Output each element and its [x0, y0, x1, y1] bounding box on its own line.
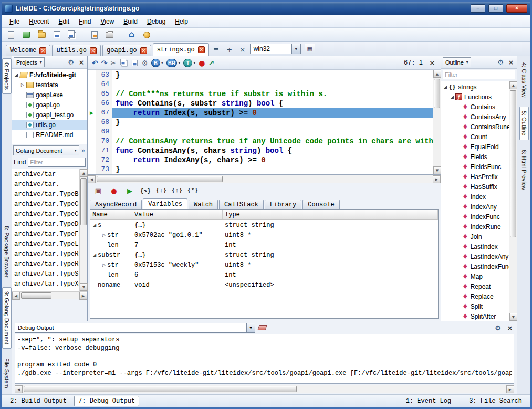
- doc-item-archive-tar-typefifo[interactable]: archive/tar.TypeFifo: [12, 229, 79, 239]
- code-line-64[interactable]: 64: [88, 80, 433, 89]
- outline-item-contains[interactable]: ♦Contains: [441, 102, 509, 112]
- outline-item-join[interactable]: ♦Join: [441, 232, 509, 242]
- scroll-thumb[interactable]: [21, 292, 51, 299]
- scroll-thumb[interactable]: [510, 90, 516, 237]
- outline-combo[interactable]: Outline ▾: [443, 57, 471, 67]
- redo-icon[interactable]: ↷: [101, 59, 108, 67]
- close-editor-icon[interactable]: ×: [237, 44, 248, 55]
- scroll-thumb[interactable]: [24, 386, 297, 392]
- doc-list-hscrollbar[interactable]: ◀ ▶: [12, 291, 87, 299]
- column-header-value[interactable]: Value: [132, 210, 223, 219]
- variable-row-noname[interactable]: nonamevoid<unspecified>: [90, 280, 438, 290]
- doc-filter-input[interactable]: [28, 158, 86, 167]
- column-header-type[interactable]: Type: [223, 210, 438, 219]
- doc-item-archive-tar-typerega[interactable]: archive/tar.TypeRegA: [12, 259, 79, 269]
- outline-item-replace[interactable]: ♦Replace: [441, 291, 509, 301]
- paste-icon[interactable]: [132, 60, 138, 66]
- variable-row-s[interactable]: ◢s{…}struct string: [90, 220, 438, 230]
- doc-item-archive-tar-typesymlink[interactable]: archive/tar.TypeSymlink: [12, 269, 79, 279]
- menu-item-view[interactable]: View: [96, 16, 119, 27]
- scroll-down-icon[interactable]: ▼: [433, 166, 441, 174]
- code-line-69[interactable]: 69: [88, 127, 433, 137]
- doc-item-archive-tar[interactable]: archive/tar.: [12, 180, 79, 190]
- close-tab-icon[interactable]: ×: [198, 46, 205, 53]
- maximize-button[interactable]: □: [488, 4, 503, 13]
- column-header-name[interactable]: Name: [90, 210, 132, 219]
- close-tab-icon[interactable]: ×: [90, 47, 97, 54]
- variable-row-str[interactable]: ▷str0x57153c "weekly"uint8 *: [90, 260, 438, 270]
- titlebar[interactable]: LiteIDE - C:\Go\src\pkg\strings\strings.…: [2, 2, 530, 15]
- breakpoint-icon[interactable]: ●: [108, 185, 120, 196]
- sidebar-tab-0-projects[interactable]: 0: Projects: [2, 58, 12, 94]
- outline-item-index[interactable]: ♦Index: [441, 192, 509, 202]
- scroll-left-icon[interactable]: ◀: [12, 292, 20, 300]
- debug-tab-watch[interactable]: Watch: [189, 200, 218, 209]
- outline-item-strings[interactable]: ◢{}strings: [441, 82, 509, 92]
- cut-icon[interactable]: ✂: [110, 59, 117, 67]
- tab-welcome[interactable]: Welcome×: [6, 45, 50, 56]
- tab-goapi-go[interactable]: goapi.go×: [102, 45, 151, 56]
- doc-item-archive-tar[interactable]: archive/tar: [12, 170, 79, 180]
- code-line-70[interactable]: 70// ContainsAny returns true if any Uni…: [88, 137, 433, 146]
- outline-item-lastindex[interactable]: ♦LastIndex: [441, 242, 509, 251]
- target-combo[interactable]: win32 ▾: [250, 44, 301, 54]
- code-line-63[interactable]: 63}: [88, 70, 433, 80]
- new-file-icon[interactable]: [5, 29, 17, 40]
- sidebar-tab-9-golang-document[interactable]: 9: Golang Document: [2, 287, 12, 349]
- gear-icon[interactable]: ⚙: [493, 324, 503, 332]
- minimize-button[interactable]: –: [471, 4, 485, 13]
- code-editor[interactable]: 63}6465// Cont***ns returns true if subs…: [88, 70, 441, 175]
- outline-item-lastindexfunc[interactable]: ♦LastIndexFunc: [441, 261, 509, 271]
- tab-strings-go[interactable]: strings.go×: [153, 43, 209, 56]
- outline-item-indexrune[interactable]: ♦IndexRune: [441, 222, 509, 232]
- menu-item-file[interactable]: File: [5, 16, 24, 27]
- status-button-2-build-output[interactable]: 2: Build Output: [6, 396, 71, 406]
- sidebar-tab-4-class-view[interactable]: 4: Class View: [519, 58, 529, 101]
- split-editor-icon[interactable]: +: [224, 44, 235, 55]
- scroll-up-icon[interactable]: ▲: [509, 81, 517, 89]
- menu-item-find[interactable]: Find: [74, 16, 96, 27]
- copy-icon[interactable]: [120, 59, 126, 65]
- save-file-icon[interactable]: [50, 29, 63, 40]
- chevron-down-icon[interactable]: ▾: [291, 44, 300, 54]
- code-line-71[interactable]: 71func ContainsAny(s, chars string) bool…: [88, 146, 433, 155]
- scroll-thumb[interactable]: [80, 178, 87, 225]
- code-line-67[interactable]: ▶67 return Index(s, substr) >= 0: [88, 108, 433, 118]
- outline-item-containsany[interactable]: ♦ContainsAny: [441, 112, 509, 122]
- tree-item-goapi-go[interactable]: goapi.go: [12, 100, 87, 110]
- outline-vscrollbar[interactable]: ▲ ▼: [509, 81, 517, 321]
- doc-item-archive-tar-typexglobalheader[interactable]: archive/tar.TypeXGlobalHeader: [12, 279, 79, 289]
- close-tab-icon[interactable]: ×: [140, 47, 147, 54]
- build-run-menu-button[interactable]: BR ▾: [166, 59, 180, 67]
- tree-item-readme-md[interactable]: README.md: [12, 130, 87, 140]
- close-tab-icon[interactable]: ×: [39, 47, 46, 54]
- options-icon[interactable]: [140, 29, 153, 40]
- outline-item-indexfunc[interactable]: ♦IndexFunc: [441, 212, 509, 222]
- status-button-7-debug-output[interactable]: 7: Debug Output: [74, 396, 139, 406]
- sidebar-tab-5-outline[interactable]: 5: Outline: [519, 107, 529, 140]
- export-html-icon[interactable]: [84, 29, 100, 40]
- scroll-left-icon[interactable]: ◀: [88, 175, 96, 183]
- clear-output-icon[interactable]: [257, 325, 267, 330]
- doc-item-archive-tar-typedir[interactable]: archive/tar.TypeDir: [12, 219, 79, 229]
- expander-icon[interactable]: ◢: [449, 95, 455, 99]
- outline-filter-input[interactable]: [443, 70, 515, 79]
- scroll-thumb[interactable]: [97, 176, 223, 182]
- doc-item-archive-tar-typeblock[interactable]: archive/tar.TypeBlock: [12, 190, 79, 200]
- variable-row-str[interactable]: ▷str0x5702ac "go1.0.1"uint8 *: [90, 230, 438, 240]
- step-inst-icon[interactable]: {*}: [186, 185, 199, 196]
- scroll-down-icon[interactable]: ▼: [80, 283, 88, 291]
- scroll-right-icon[interactable]: ▶: [433, 175, 441, 183]
- outline-item-repeat[interactable]: ♦Repeat: [441, 281, 509, 291]
- expander-icon[interactable]: ▷: [19, 82, 26, 87]
- tree-item-goapi-exe[interactable]: goapi.exe: [12, 90, 87, 100]
- menu-item-help[interactable]: Help: [170, 16, 193, 27]
- tree-item-goapi-test-go[interactable]: goapi_test.go: [12, 110, 87, 120]
- sidebar-tab-8-package-browser[interactable]: 8: Package Browser: [2, 222, 12, 281]
- output-combo[interactable]: Debug Output ▾: [15, 323, 255, 333]
- save-all-icon[interactable]: [66, 29, 78, 40]
- doc-item-archive-tar-typechar[interactable]: archive/tar.TypeChar: [12, 200, 79, 209]
- menu-item-debug[interactable]: Debug: [142, 16, 170, 27]
- outline-item-map[interactable]: ♦Map: [441, 271, 509, 281]
- outline-item-split[interactable]: ♦Split: [441, 301, 509, 311]
